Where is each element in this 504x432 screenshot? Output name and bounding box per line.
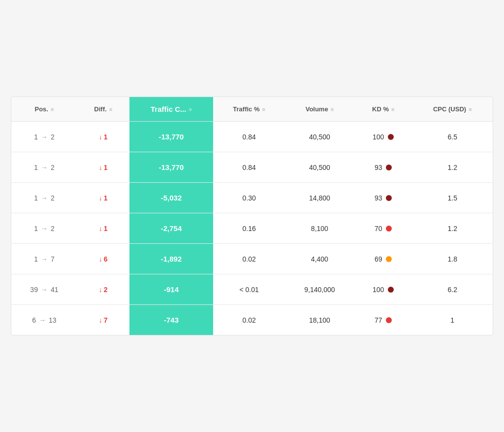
diff-cell: ↓1 — [77, 183, 129, 213]
table-row: 1→2↓1-5,0320.3014,800931.5 — [11, 183, 493, 213]
traffic-pct-value: 0.84 — [243, 133, 256, 141]
traffic-change-value: -13,770 — [159, 163, 184, 171]
pos-cell: 39→41 — [11, 274, 77, 305]
cpc-cell: 1 — [412, 305, 493, 335]
pos-cell: 1→2 — [11, 122, 77, 152]
traffic-pct-cell: 0.16 — [213, 213, 285, 244]
pos-from: 1 — [34, 164, 38, 171]
pos-to: 2 — [51, 164, 55, 171]
diff-value: 1 — [104, 225, 108, 233]
filter-icon-pos[interactable]: ≡ — [51, 106, 54, 112]
traffic-change-cell: -5,032 — [129, 183, 214, 213]
arrow-right-icon: → — [39, 316, 46, 324]
traffic-pct-cell: 0.02 — [213, 305, 285, 335]
kd-value: 93 — [375, 164, 382, 171]
kd-difficulty-dot — [386, 226, 392, 232]
cpc-value: 1.2 — [448, 164, 457, 171]
volume-value: 4,400 — [311, 255, 328, 263]
kd-difficulty-dot — [386, 317, 392, 323]
filter-icon-traffic-change[interactable]: ≡ — [189, 106, 192, 112]
kd-cell: 100 — [354, 122, 412, 152]
diff-cell: ↓6 — [77, 244, 129, 274]
volume-cell: 40,500 — [285, 152, 354, 183]
volume-cell: 4,400 — [285, 244, 354, 274]
traffic-pct-value: 0.02 — [243, 255, 256, 263]
volume-value: 8,100 — [311, 225, 328, 233]
arrow-right-icon: → — [41, 164, 48, 171]
data-table: Pos. ≡ Diff. ≡ Traffic C... ≡ — [11, 97, 493, 335]
table-row: 1→7↓6-1,8920.024,400691.8 — [11, 244, 493, 274]
kd-value: 100 — [373, 133, 384, 141]
kd-difficulty-dot — [388, 287, 394, 293]
diff-cell: ↓1 — [77, 213, 129, 244]
traffic-change-value: -5,032 — [161, 194, 182, 202]
col-header-volume[interactable]: Volume ≡ — [285, 97, 354, 122]
diff-cell: ↓2 — [77, 274, 129, 305]
traffic-pct-cell: < 0.01 — [213, 274, 285, 305]
col-header-diff[interactable]: Diff. ≡ — [77, 97, 129, 122]
diff-value: 1 — [104, 133, 108, 141]
pos-cell: 1→2 — [11, 152, 77, 183]
arrow-right-icon: → — [41, 255, 48, 263]
volume-cell: 8,100 — [285, 213, 354, 244]
traffic-change-value: -13,770 — [159, 133, 184, 141]
table-header-row: Pos. ≡ Diff. ≡ Traffic C... ≡ — [11, 97, 493, 122]
diff-value: 2 — [104, 286, 108, 294]
kd-cell: 100 — [354, 274, 412, 305]
col-header-traffic-pct[interactable]: Traffic % ≡ — [213, 97, 285, 122]
diff-value: 6 — [104, 255, 108, 263]
diff-value: 1 — [104, 164, 108, 171]
traffic-pct-value: 0.02 — [243, 316, 256, 324]
traffic-change-cell: -13,770 — [129, 122, 214, 152]
traffic-change-cell: -914 — [129, 274, 214, 305]
col-header-traffic-change[interactable]: Traffic C... ≡ — [129, 97, 214, 122]
table-row: 1→2↓1-13,7700.8440,500931.2 — [11, 152, 493, 183]
arrow-right-icon: → — [41, 194, 48, 202]
kd-value: 70 — [375, 225, 382, 233]
filter-icon-diff[interactable]: ≡ — [109, 106, 112, 112]
filter-icon-volume[interactable]: ≡ — [331, 106, 334, 112]
kd-difficulty-dot — [388, 134, 394, 140]
col-header-pos[interactable]: Pos. ≡ — [11, 97, 77, 122]
kd-difficulty-dot — [386, 165, 392, 170]
table-row: 1→2↓1-2,7540.168,100701.2 — [11, 213, 493, 244]
volume-value: 18,100 — [309, 316, 330, 324]
traffic-pct-cell: 0.30 — [213, 183, 285, 213]
diff-value: 1 — [104, 194, 108, 202]
kd-difficulty-dot — [386, 195, 392, 201]
traffic-pct-value: 0.30 — [243, 194, 256, 202]
volume-value: 40,500 — [309, 164, 330, 171]
col-header-kd[interactable]: KD % ≡ — [354, 97, 412, 122]
kd-cell: 77 — [354, 305, 412, 335]
pos-to: 41 — [51, 286, 59, 294]
arrow-right-icon: → — [41, 133, 48, 141]
main-table-container: Pos. ≡ Diff. ≡ Traffic C... ≡ — [11, 97, 493, 335]
pos-cell: 1→7 — [11, 244, 77, 274]
pos-to: 2 — [51, 194, 55, 202]
cpc-value: 1 — [450, 316, 454, 324]
cpc-cell: 1.5 — [412, 183, 493, 213]
pos-cell: 1→2 — [11, 183, 77, 213]
diff-down-arrow-icon: ↓ — [99, 194, 102, 202]
cpc-value: 6.5 — [448, 133, 457, 141]
pos-from: 1 — [34, 225, 38, 233]
traffic-change-cell: -13,770 — [129, 152, 214, 183]
diff-value: 7 — [104, 316, 108, 324]
cpc-cell: 6.5 — [412, 122, 493, 152]
volume-cell: 18,100 — [285, 305, 354, 335]
traffic-change-value: -743 — [164, 316, 179, 324]
cpc-cell: 6.2 — [412, 274, 493, 305]
filter-icon-cpc[interactable]: ≡ — [469, 106, 472, 112]
pos-to: 2 — [51, 225, 55, 233]
traffic-pct-value: 0.84 — [243, 164, 256, 171]
filter-icon-kd[interactable]: ≡ — [391, 106, 394, 112]
traffic-change-cell: -2,754 — [129, 213, 214, 244]
filter-icon-traffic-pct[interactable]: ≡ — [262, 106, 265, 112]
pos-to: 2 — [51, 133, 55, 141]
diff-down-arrow-icon: ↓ — [99, 225, 102, 233]
kd-cell: 69 — [354, 244, 412, 274]
traffic-pct-cell: 0.02 — [213, 244, 285, 274]
volume-cell: 40,500 — [285, 122, 354, 152]
cpc-value: 6.2 — [448, 286, 457, 294]
col-header-cpc[interactable]: CPC (USD) ≡ — [412, 97, 493, 122]
